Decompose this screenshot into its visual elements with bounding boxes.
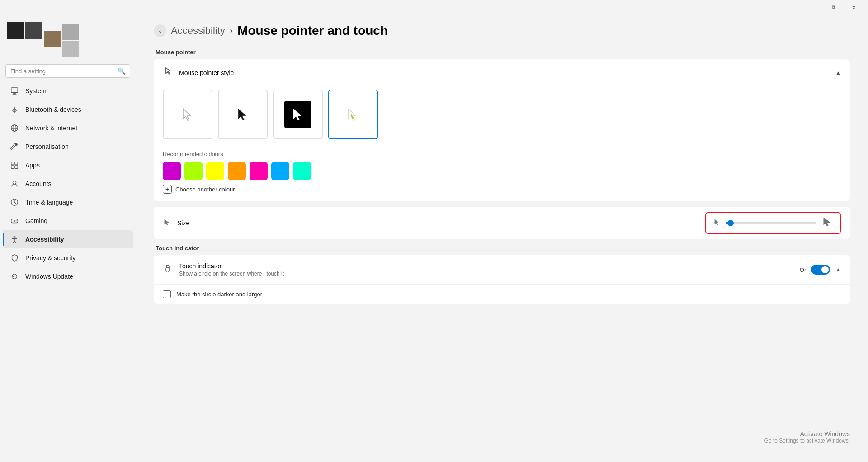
touch-header: Touch indicator Show a circle on the scr… <box>154 255 850 284</box>
touch-indicator-card: Touch indicator Show a circle on the scr… <box>154 255 850 304</box>
system-label: System <box>25 87 47 95</box>
search-box[interactable]: 🔍 <box>5 64 130 78</box>
cursor-large-icon <box>822 217 833 229</box>
touch-section-title: Touch indicator <box>154 245 850 252</box>
network-label: Network & internet <box>25 124 77 132</box>
sidebar-item-system[interactable]: System <box>3 82 133 100</box>
size-row: Size <box>154 206 850 239</box>
avatar-lightgray <box>62 24 79 40</box>
sidebar-item-apps[interactable]: Apps <box>3 156 133 174</box>
profile-section <box>0 14 136 61</box>
pointer-style-icon <box>163 67 173 79</box>
minimize-button[interactable]: — <box>802 0 823 14</box>
svg-point-14 <box>16 220 17 221</box>
accounts-label: Accounts <box>25 180 52 187</box>
cursor-small-icon <box>713 219 721 228</box>
sidebar-item-accounts[interactable]: Accounts <box>3 175 133 193</box>
toggle-on: On <box>800 265 830 275</box>
titlebar: — ⧉ ✕ <box>0 0 868 14</box>
pointer-style-inverted[interactable] <box>273 90 323 139</box>
time-icon <box>10 198 19 207</box>
pointer-style-black[interactable] <box>218 90 268 139</box>
colour-lime[interactable] <box>184 162 203 180</box>
pointer-style-white[interactable] <box>163 90 212 139</box>
mouse-pointer-style-card: Mouse pointer style ▲ <box>154 59 850 201</box>
touch-icon <box>163 264 173 276</box>
titlebar-controls: — ⧉ ✕ <box>802 0 864 14</box>
network-icon <box>10 124 19 133</box>
accessibility-label: Accessibility <box>25 236 64 243</box>
search-icon: 🔍 <box>118 67 125 75</box>
system-icon <box>10 86 19 95</box>
svg-point-11 <box>13 181 16 184</box>
colour-cyan[interactable] <box>271 162 289 180</box>
search-input[interactable] <box>10 68 114 75</box>
colour-teal[interactable] <box>293 162 311 180</box>
breadcrumb-parent[interactable]: Accessibility <box>171 25 225 37</box>
close-button[interactable]: ✕ <box>844 0 864 14</box>
sidebar-item-accessibility[interactable]: Accessibility <box>3 230 133 248</box>
checkbox-row: Make the circle darker and larger <box>154 284 850 304</box>
restore-button[interactable]: ⧉ <box>823 0 844 14</box>
avatar-tan <box>44 31 61 47</box>
plus-icon: + <box>163 185 172 194</box>
size-left: Size <box>163 218 189 228</box>
time-label: Time & language <box>25 199 73 206</box>
colour-pink[interactable] <box>250 162 268 180</box>
slider-thumb[interactable] <box>727 220 734 226</box>
svg-rect-0 <box>11 88 18 93</box>
svg-rect-1 <box>13 93 15 94</box>
sidebar-item-network[interactable]: Network & internet <box>3 119 133 137</box>
privacy-icon <box>10 253 19 262</box>
breadcrumb: ‹ Accessibility › Mouse pointer and touc… <box>154 24 850 38</box>
size-slider-container <box>705 212 841 234</box>
sidebar-item-bluetooth[interactable]: Bluetooth & devices <box>3 100 133 119</box>
sidebar-item-time[interactable]: Time & language <box>3 193 133 211</box>
colour-yellow[interactable] <box>206 162 224 180</box>
colour-orange[interactable] <box>228 162 246 180</box>
app-container: 🔍 System Bluetooth & devices Network <box>0 14 868 462</box>
svg-rect-10 <box>15 166 18 168</box>
touch-header-right: On ▲ <box>800 265 841 275</box>
style-card-header-left: Mouse pointer style <box>163 67 234 79</box>
checkbox-label: Make the circle darker and larger <box>176 291 262 298</box>
accounts-icon <box>10 179 19 188</box>
colour-purple[interactable] <box>163 162 181 180</box>
size-label: Size <box>177 219 189 227</box>
sidebar-item-privacy[interactable]: Privacy & security <box>3 249 133 267</box>
profile-avatars <box>7 22 79 57</box>
touch-header-left: Touch indicator Show a circle on the scr… <box>163 262 284 277</box>
gaming-label: Gaming <box>25 217 47 224</box>
pointer-style-custom[interactable] <box>328 90 378 139</box>
update-label: Windows Update <box>25 273 73 280</box>
breadcrumb-separator: › <box>230 25 233 37</box>
choose-colour-button[interactable]: + Choose another colour <box>163 185 841 194</box>
sidebar-item-gaming[interactable]: Gaming <box>3 212 133 230</box>
touch-title: Touch indicator <box>179 262 284 270</box>
bluetooth-label: Bluetooth & devices <box>25 106 81 113</box>
toggle-switch[interactable] <box>811 265 830 275</box>
make-circle-darker-checkbox[interactable] <box>163 290 171 298</box>
mouse-pointer-section-title: Mouse pointer <box>154 49 850 56</box>
pointer-styles-grid <box>154 86 850 147</box>
avatar-darkgray <box>25 22 42 39</box>
sidebar-item-update[interactable]: Windows Update <box>3 267 133 286</box>
size-slider[interactable] <box>726 222 816 224</box>
gaming-icon <box>10 216 19 225</box>
svg-rect-9 <box>11 166 14 168</box>
back-button[interactable]: ‹ <box>154 24 166 37</box>
update-icon <box>10 272 19 281</box>
breadcrumb-current: Mouse pointer and touch <box>237 24 388 38</box>
touch-chevron: ▲ <box>835 267 841 273</box>
privacy-label: Privacy & security <box>25 254 75 262</box>
style-card-title: Mouse pointer style <box>179 69 234 76</box>
main-content: ‹ Accessibility › Mouse pointer and touc… <box>136 14 868 462</box>
size-cursor-icon <box>163 218 171 228</box>
sidebar: 🔍 System Bluetooth & devices Network <box>0 14 136 462</box>
svg-rect-8 <box>15 162 18 165</box>
nav-list: System Bluetooth & devices Network & int… <box>0 81 136 286</box>
svg-rect-2 <box>13 94 17 94</box>
style-card-header[interactable]: Mouse pointer style ▲ <box>154 59 850 86</box>
colours-label: Recommended colours <box>163 151 841 157</box>
sidebar-item-personalisation[interactable]: Personalisation <box>3 138 133 156</box>
